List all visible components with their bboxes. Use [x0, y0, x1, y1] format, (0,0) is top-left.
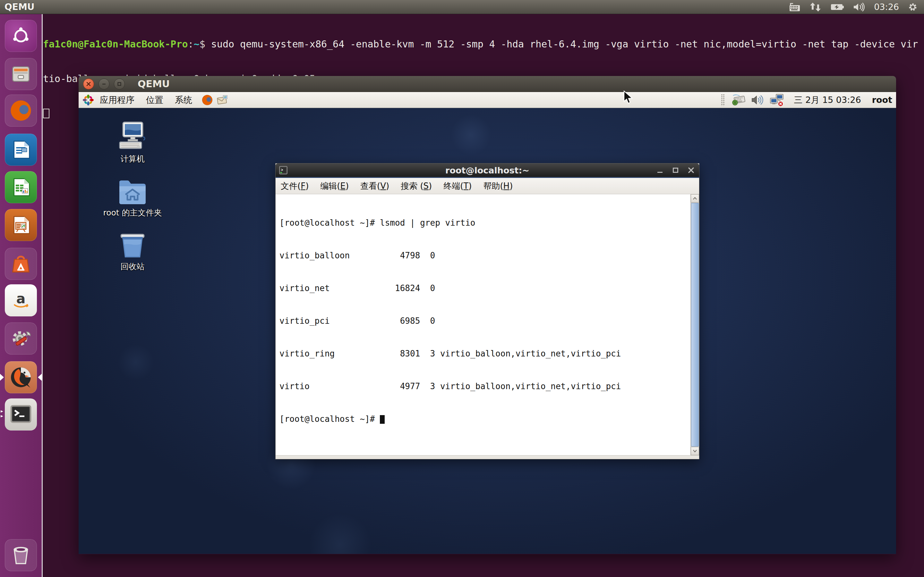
session-gear-icon[interactable]: [907, 2, 918, 13]
panel-drag-handle[interactable]: [721, 94, 725, 106]
scrollbar-up-button[interactable]: [691, 194, 699, 203]
terminal-menu-terminal[interactable]: 终端(T): [443, 181, 472, 192]
terminal-line: virtio_net 16824 0: [279, 283, 686, 293]
mouse-cursor: [623, 90, 634, 105]
guest-panel-indicators: 三 2月 15 03:26 root: [721, 93, 892, 106]
menu-accel: H: [503, 181, 510, 191]
guest-menu-places[interactable]: 位置: [146, 94, 163, 106]
qemu-window: QEMU 应用程序 位置 系统: [79, 76, 896, 554]
guest-terminal-titlebar[interactable]: root@localhost:~: [276, 163, 699, 177]
menu-accel: T: [463, 181, 468, 191]
redhat-menu-icon[interactable]: [82, 94, 94, 106]
guest-terminal-output: [root@localhost ~]# lsmod | grep virtio …: [279, 195, 686, 446]
guest-menu-system[interactable]: 系统: [175, 94, 192, 106]
desktop-icon-label: 计算机: [121, 153, 145, 164]
launcher-item-amazon[interactable]: a: [5, 284, 37, 316]
guest-firefox-launcher-icon[interactable]: [201, 94, 213, 106]
launcher-item-software-center[interactable]: [5, 248, 37, 280]
launcher-item-terminal[interactable]: [5, 398, 37, 430]
scrollbar[interactable]: [690, 194, 699, 455]
terminal-app-icon: [9, 402, 33, 427]
host-clock[interactable]: 03:26: [874, 2, 899, 12]
host-indicator-area: 03:26: [788, 2, 924, 13]
launcher-item-dash[interactable]: [5, 20, 37, 52]
terminal-menu-edit[interactable]: 编辑(E): [320, 181, 349, 192]
scrollbar-thumb[interactable]: [691, 203, 699, 446]
minimize-icon: [657, 172, 662, 173]
launcher-window-pip: [1, 410, 3, 413]
menu-accel: F: [300, 181, 305, 191]
close-button[interactable]: [83, 79, 94, 89]
network-status-icon[interactable]: [770, 93, 784, 106]
minimize-button[interactable]: [657, 167, 664, 174]
terminal-menu-help[interactable]: 帮助(H): [483, 181, 513, 192]
battery-icon[interactable]: [830, 3, 845, 11]
menu-text: 查看(: [360, 181, 380, 191]
launcher-item-libreoffice-calc[interactable]: [5, 171, 37, 203]
minimize-button[interactable]: [99, 79, 110, 89]
launcher-item-libreoffice-writer[interactable]: [5, 134, 37, 166]
terminal-menu-view[interactable]: 查看(V): [360, 181, 389, 192]
menu-text: ): [429, 181, 432, 191]
impress-icon: [11, 215, 31, 235]
guest-terminal-body[interactable]: [root@localhost ~]# lsmod | grep virtio …: [276, 194, 699, 455]
menu-text: 编辑(: [320, 181, 340, 191]
host-terminal-line: fa1c0n@Fa1c0n-MacBook-Pro:~$ sudo qemu-s…: [43, 39, 924, 50]
launcher-item-libreoffice-impress[interactable]: [5, 209, 37, 241]
desktop-icon-computer[interactable]: 计算机: [97, 121, 168, 164]
menu-text: ): [509, 181, 513, 191]
firefox-icon: [9, 98, 33, 123]
guest-terminal-window: root@localhost:~ 文件(F) 编辑(E) 查看(: [275, 163, 699, 459]
terminal-prompt-line: [root@localhost ~]#: [279, 414, 686, 424]
launcher-item-trash[interactable]: [5, 539, 37, 571]
computer-icon: [117, 121, 148, 152]
terminal-line: [root@localhost ~]# lsmod | grep virtio: [279, 218, 686, 228]
menu-text: ): [346, 181, 349, 191]
chevron-up-icon: [693, 197, 697, 200]
host-terminal-left-edge: [42, 14, 43, 577]
qemu-window-titlebar[interactable]: QEMU: [79, 76, 896, 92]
close-button[interactable]: [688, 167, 695, 174]
guest-volume-icon[interactable]: [751, 95, 764, 105]
network-updown-icon[interactable]: [809, 2, 822, 12]
guest-clock[interactable]: 三 2月 15 03:26: [794, 94, 861, 106]
volume-icon[interactable]: [853, 2, 866, 12]
terminal-menu-file[interactable]: 文件(F): [281, 181, 309, 192]
files-icon: [10, 63, 32, 85]
menu-text: ): [386, 181, 389, 191]
host-menubar: QEMU 03:26: [0, 0, 924, 14]
launcher-item-files[interactable]: [5, 58, 37, 90]
guest-mail-launcher-icon[interactable]: [216, 94, 229, 106]
terminal-cursor: [380, 415, 384, 424]
launcher-item-system-settings[interactable]: [5, 322, 37, 355]
prompt-colon: :: [188, 39, 194, 50]
terminal-menu-search[interactable]: 搜索 (S): [401, 181, 432, 192]
menu-text: ): [305, 181, 309, 191]
scrollbar-down-button[interactable]: [691, 447, 699, 455]
host-trash-icon: [10, 544, 32, 566]
keyboard-indicator-icon[interactable]: [788, 2, 801, 12]
launcher-item-qemu[interactable]: [5, 361, 37, 393]
guest-desktop[interactable]: 计算机 root 的主文件夹 回收站: [79, 108, 896, 554]
home-folder-icon: [118, 178, 148, 205]
guest-terminal-footer: [276, 455, 699, 459]
maximize-button[interactable]: [672, 167, 679, 174]
desktop-icon-label: root 的主文件夹: [103, 207, 162, 218]
svg-text:a: a: [16, 291, 26, 306]
desktop-icon-label: 回收站: [121, 261, 145, 272]
launcher-item-firefox[interactable]: [5, 95, 37, 127]
menu-accel: S: [423, 181, 429, 191]
maximize-button[interactable]: [114, 79, 125, 89]
guest-user-menu[interactable]: root: [872, 95, 892, 105]
desktop-icon-home-folder[interactable]: root 的主文件夹: [97, 178, 168, 218]
maximize-icon: [117, 81, 122, 87]
guest-terminal-menubar: 文件(F) 编辑(E) 查看(V) 搜索 (S) 终端(T) 帮助(H): [276, 178, 699, 194]
guest-menu-applications[interactable]: 应用程序: [100, 94, 134, 106]
host-terminal-cursor: [43, 109, 49, 118]
desktop-icon-recycle-bin[interactable]: 回收站: [97, 231, 168, 272]
ubuntu-dash-icon: [11, 26, 31, 46]
input-method-icon[interactable]: [732, 94, 745, 106]
menu-accel: E: [340, 181, 345, 191]
menu-text: 搜索 (: [401, 181, 423, 191]
recycle-bin-icon: [118, 231, 147, 259]
